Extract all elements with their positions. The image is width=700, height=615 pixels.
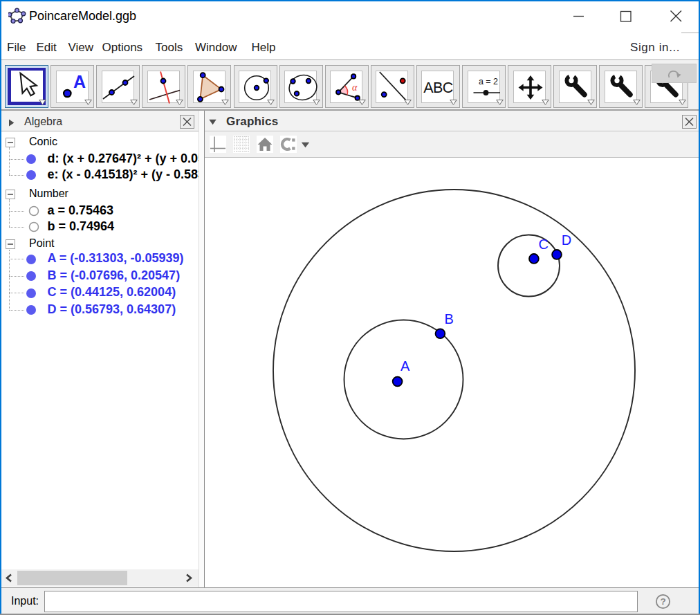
svg-text:a = 2: a = 2 — [478, 77, 497, 86]
svg-text:C: C — [539, 236, 549, 251]
svg-text:A: A — [400, 358, 410, 373]
svg-text:α: α — [352, 82, 358, 93]
svg-text:ABC: ABC — [424, 80, 454, 96]
svg-text:A: A — [73, 72, 86, 91]
svg-text:B: B — [445, 311, 454, 326]
svg-text:?: ? — [660, 596, 665, 607]
svg-text:D: D — [562, 232, 571, 247]
